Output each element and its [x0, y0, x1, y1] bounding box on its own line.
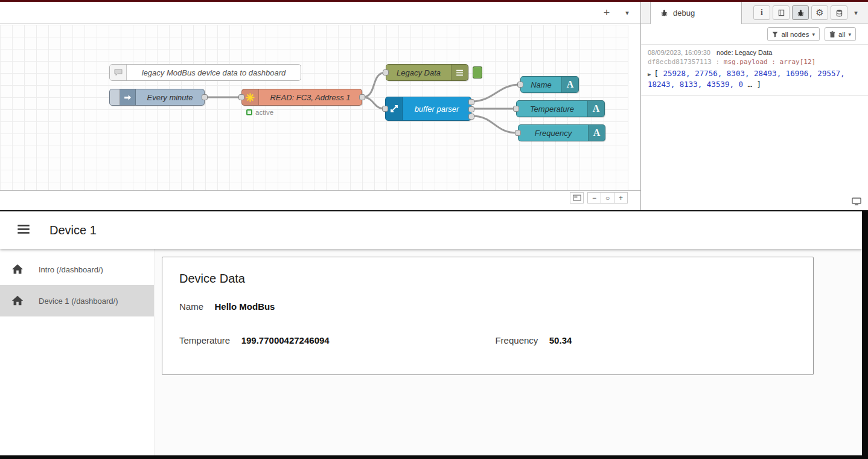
book-icon [777, 9, 785, 17]
menu-button[interactable] [13, 220, 34, 240]
frequency-label: Frequency [495, 335, 538, 345]
device-data-card: Device Data Name Hello ModBus Temperatur… [162, 257, 814, 375]
nodered-dashboard: Device 1 Intro (/dashboard/) Device 1 (/… [0, 211, 862, 455]
flow-tabbar: + ▾ [0, 2, 640, 24]
flow-canvas[interactable]: legacy ModBus device data to dashboard E… [0, 25, 628, 190]
debug-clear-button[interactable]: all ▾ [825, 27, 856, 41]
sidebar-icon-buttons: i ⚙ [753, 5, 862, 20]
sidebar-menu-caret-button[interactable]: ▾ [850, 9, 862, 17]
bug-icon [797, 9, 805, 17]
buffer-parser-node[interactable]: buffer parser [385, 97, 471, 121]
screen: + ▾ [0, 0, 868, 459]
monitor-icon [852, 197, 861, 206]
help-tab-button[interactable] [773, 5, 790, 20]
flow-list-caret-button[interactable]: ▾ [619, 5, 636, 21]
nav-item-device-1[interactable]: Device 1 (/dashboard/) [0, 285, 154, 316]
nodered-editor: + ▾ [0, 2, 868, 210]
text-a-icon: A [587, 101, 604, 117]
nav-item-intro[interactable]: Intro (/dashboard/) [0, 254, 154, 285]
debug-sidebar: debug i ⚙ [640, 2, 868, 210]
inject-trigger-button[interactable] [110, 89, 120, 105]
comment-node-label: legacy ModBus device data to dashboard [127, 65, 301, 80]
dashboard-nav: Intro (/dashboard/) Device 1 (/dashboard… [0, 249, 155, 455]
debug-message[interactable]: 08/09/2023, 16:09:30node: Legacy Data df… [641, 44, 868, 96]
caret-down-icon: ▾ [848, 31, 851, 37]
output-port-1[interactable] [468, 99, 474, 105]
database-icon [835, 9, 843, 17]
debug-node-label: Legacy Data [386, 65, 451, 80]
canvas-scrollbar[interactable] [628, 25, 640, 190]
window-right-edge [862, 211, 868, 459]
modbus-node-label: READ: FC3, Address 1 [259, 89, 362, 105]
inject-arrow-icon [120, 89, 136, 105]
debug-payload[interactable]: ▶[ 25928, 27756, 8303, 28493, 16996, 295… [648, 68, 861, 90]
output-port[interactable] [202, 94, 208, 100]
debug-toolbar: all nodes ▾ all ▾ [641, 24, 868, 44]
open-in-window-button[interactable] [850, 196, 863, 209]
modbus-read-node[interactable]: READ: FC3, Address 1 [241, 89, 362, 106]
trash-icon [829, 31, 835, 38]
funnel-icon [772, 31, 778, 37]
output-port[interactable] [359, 94, 365, 100]
temperature-field: Temperature 199.77000427246094 [179, 335, 493, 346]
sidebar-tabbar: debug i ⚙ [641, 2, 868, 24]
expand-arrows-icon [386, 97, 403, 120]
zoom-out-button[interactable]: − [587, 192, 601, 204]
input-port[interactable] [515, 130, 521, 136]
workspace-column: + ▾ [0, 2, 640, 210]
ui-text-node-frequency[interactable]: Frequency A [518, 124, 605, 141]
tab-debug[interactable]: debug [650, 2, 742, 24]
input-port[interactable] [382, 106, 388, 112]
add-flow-button[interactable]: + [598, 5, 615, 21]
text-a-icon: A [588, 125, 605, 141]
temperature-value: 199.77000427246094 [241, 335, 330, 345]
bug-icon [660, 9, 668, 17]
debug-message-list: 08/09/2023, 16:09:30node: Legacy Data df… [641, 44, 868, 194]
minimap-toggle-button[interactable] [570, 192, 584, 204]
hamburger-icon [17, 224, 30, 234]
debug-toggle-button[interactable] [473, 66, 482, 79]
modbus-gear-icon [242, 89, 259, 105]
ui-text-node-name[interactable]: Name A [520, 76, 579, 93]
input-port[interactable] [383, 69, 389, 75]
output-port-2[interactable] [468, 106, 474, 112]
input-port[interactable] [517, 82, 523, 88]
zoom-in-button[interactable]: + [614, 192, 628, 204]
ui-text-node-temperature[interactable]: Temperature A [516, 100, 605, 117]
frequency-value: 50.34 [549, 335, 572, 345]
home-icon [11, 294, 24, 307]
nav-item-label: Intro (/dashboard/) [39, 265, 103, 274]
status-dot-icon [246, 109, 252, 115]
expand-caret-icon[interactable]: ▶ [648, 71, 651, 77]
name-value: Hello ModBus [214, 301, 275, 312]
card-title: Device Data [179, 272, 796, 286]
node-status-text: active [255, 109, 273, 116]
inject-node[interactable]: Every minute [109, 89, 205, 106]
dashboard-body: Intro (/dashboard/) Device 1 (/dashboard… [0, 249, 862, 455]
ui-node-label: Temperature [517, 101, 587, 117]
input-port[interactable] [238, 94, 244, 100]
debug-filter-button[interactable]: all nodes ▾ [767, 27, 820, 41]
debug-timestamp: 08/09/2023, 16:09:30 [648, 49, 710, 56]
config-nodes-tab-button[interactable]: ⚙ [811, 5, 828, 20]
buffer-parser-label: buffer parser [403, 97, 471, 120]
comment-node[interactable]: legacy ModBus device data to dashboard [109, 64, 301, 81]
list-icon [451, 65, 468, 80]
home-icon [11, 263, 24, 276]
speech-bubble-icon [110, 65, 127, 80]
debug-tab-button[interactable] [792, 5, 809, 20]
caret-down-icon: ▾ [812, 31, 815, 37]
input-port[interactable] [513, 106, 519, 112]
inject-node-label: Every minute [136, 89, 204, 105]
node-status: active [246, 109, 273, 116]
measurements-row: Temperature 199.77000427246094 Frequency… [179, 335, 796, 346]
name-label: Name [179, 301, 203, 312]
tab-debug-label: debug [673, 8, 695, 18]
window-bottom-edge [0, 455, 868, 459]
context-data-tab-button[interactable] [831, 5, 847, 20]
debug-node[interactable]: Legacy Data [386, 64, 468, 81]
output-port-3[interactable] [468, 114, 474, 120]
zoom-reset-button[interactable]: ○ [601, 192, 614, 204]
info-tab-button[interactable]: i [753, 5, 770, 20]
canvas-footer: − ○ + [0, 190, 640, 205]
